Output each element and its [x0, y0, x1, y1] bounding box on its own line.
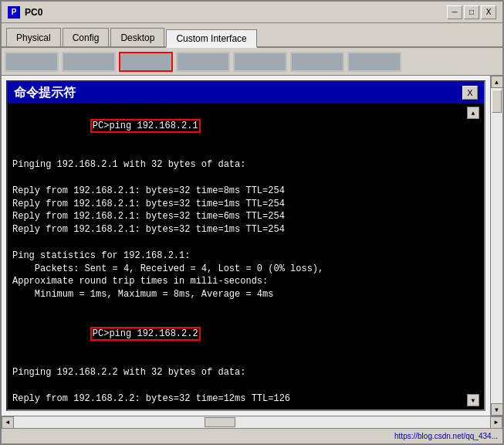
terminal-scroll-up[interactable]: ▲: [467, 107, 479, 119]
terminal-line-cmd2: PC>ping 192.168.2.2: [12, 314, 467, 353]
tab-desktop[interactable]: Desktop: [110, 28, 164, 46]
window-controls: ─ □ X: [447, 5, 496, 19]
title-bar: P PC0 ─ □ X: [2, 2, 502, 23]
h-scroll-thumb: [205, 417, 235, 427]
tab-bar: Physical Config Desktop Custom Interface: [2, 23, 502, 48]
command-2-highlight: PC>ping 192.168.2.2: [90, 327, 201, 341]
terminal-line-1: Pinging 192.168.2.1 with 32 bytes of dat…: [12, 158, 467, 172]
terminal-line-blank4: [12, 301, 467, 314]
terminal-area: PC>ping 192.168.2.1 Pinging 192.168.2.1 …: [8, 104, 484, 409]
terminal-line-5: Reply from 192.168.2.1: bytes=32 time=1m…: [12, 223, 467, 236]
inner-title-bar: 命令提示符 X: [8, 82, 484, 104]
toolbar-btn-6[interactable]: [290, 52, 344, 72]
toolbar-strip: [2, 48, 502, 76]
terminal-line-blank3: [12, 236, 467, 250]
terminal-scroll-track: [467, 119, 479, 394]
inner-window: 命令提示符 X PC>ping 192.168.2.1 Pinging 192.…: [6, 80, 485, 411]
tab-physical[interactable]: Physical: [6, 28, 61, 46]
terminal-line-blank2: [12, 172, 467, 185]
terminal-line-blank6: [12, 379, 467, 392]
toolbar-btn-1[interactable]: [5, 52, 59, 72]
terminal-line-4: Reply from 192.168.2.1: bytes=32 time=6m…: [12, 210, 467, 223]
inner-close-button[interactable]: X: [462, 86, 478, 100]
tab-config[interactable]: Config: [63, 28, 110, 46]
terminal-content: PC>ping 192.168.2.1 Pinging 192.168.2.1 …: [12, 107, 467, 406]
toolbar-btn-4[interactable]: [176, 52, 230, 72]
toolbar-btn-3[interactable]: [119, 52, 173, 72]
terminal-scrollbar-y: ▲ ▼: [467, 107, 479, 406]
close-button[interactable]: X: [481, 5, 496, 19]
minimize-button[interactable]: ─: [447, 5, 462, 19]
tab-custom-interface[interactable]: Custom Interface: [166, 29, 256, 48]
outer-scrollbar-y: ▲ ▼: [490, 76, 502, 416]
toolbar-btn-2[interactable]: [62, 52, 116, 72]
command-1-highlight: PC>ping 192.168.2.1: [90, 119, 201, 133]
horizontal-scrollbar: ◄ ►: [2, 416, 502, 428]
scroll-up-button[interactable]: ▲: [491, 76, 503, 88]
terminal-line-2: Reply from 192.168.2.1: bytes=32 time=8m…: [12, 185, 467, 198]
terminal-line-10: Pinging 192.168.2.2 with 32 bytes of dat…: [12, 366, 467, 379]
terminal-line-11: Reply from 192.168.2.2: bytes=32 time=12…: [12, 392, 467, 406]
status-bar: https://blog.csdn.net/qq_434...: [2, 428, 502, 443]
terminal-line-cmd1: PC>ping 192.168.2.1: [12, 107, 467, 145]
terminal-line-7: Packets: Sent = 4, Received = 4, Lost = …: [12, 263, 467, 276]
maximize-button[interactable]: □: [464, 5, 479, 19]
content-area: 命令提示符 X PC>ping 192.168.2.1 Pinging 192.…: [2, 48, 502, 443]
terminal-line-8: Approximate round trip times in milli-se…: [12, 275, 467, 288]
scroll-right-button[interactable]: ►: [490, 416, 502, 429]
main-window: P PC0 ─ □ X Physical Config Desktop Cust…: [0, 0, 504, 445]
terminal-line-6: Ping statistics for 192.168.2.1:: [12, 250, 467, 263]
scroll-track: [491, 88, 502, 403]
app-icon: P: [8, 6, 20, 19]
h-scroll-track: [14, 416, 490, 428]
terminal-line-9: Minimum = 1ms, Maximum = 8ms, Average = …: [12, 288, 467, 301]
terminal-scroll-down[interactable]: ▼: [467, 394, 479, 406]
scroll-thumb: [492, 90, 502, 113]
terminal-line-blank1: [12, 145, 467, 158]
scroll-down-button[interactable]: ▼: [491, 403, 503, 416]
terminal-line-12: Reply from 192.168.2.2: bytes=32 time=3m…: [12, 405, 467, 406]
main-panel: 命令提示符 X PC>ping 192.168.2.1 Pinging 192.…: [2, 76, 502, 416]
window-title: PC0: [25, 7, 447, 18]
scroll-left-button[interactable]: ◄: [2, 416, 14, 429]
inner-window-title: 命令提示符: [14, 85, 462, 101]
toolbar-btn-5[interactable]: [233, 52, 287, 72]
terminal-line-blank5: [12, 353, 467, 366]
status-url: https://blog.csdn.net/qq_434...: [394, 432, 498, 440]
terminal-line-3: Reply from 192.168.2.1: bytes=32 time=1m…: [12, 198, 467, 211]
toolbar-btn-7[interactable]: [347, 52, 401, 72]
